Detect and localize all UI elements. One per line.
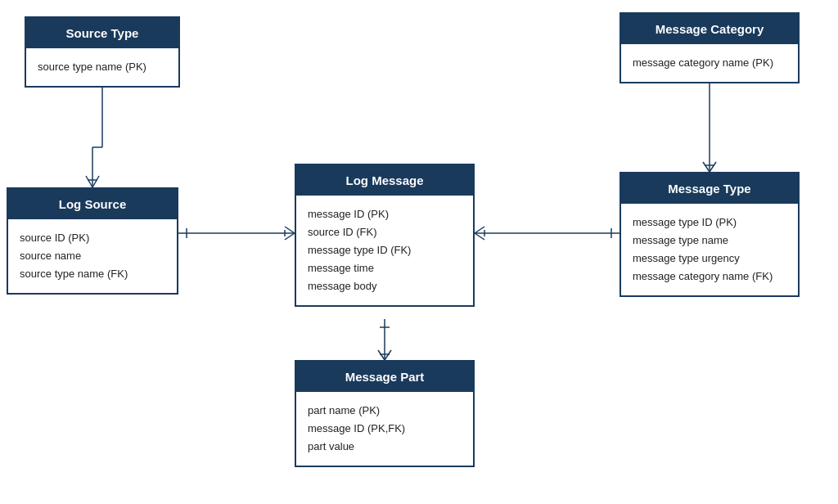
entity-message-category-body: message category name (PK) [621,44,798,82]
field-source-id: source ID (PK) [20,229,165,247]
svg-line-25 [378,350,385,360]
svg-line-16 [710,162,716,172]
entity-log-source: Log Source source ID (PK) source name so… [7,187,178,295]
field-part-value: part value [308,438,462,456]
entity-message-type: Message Type message type ID (PK) messag… [619,172,800,297]
entity-source-type-body: source type name (PK) [26,48,178,86]
entity-log-message-header: Log Message [296,165,473,196]
erd-diagram: Source Type source type name (PK) Log So… [0,0,838,504]
field-message-id-pkfk: message ID (PK,FK) [308,420,462,438]
field-message-id: message ID (PK) [308,205,462,223]
svg-line-15 [703,162,710,172]
field-source-type-name-fk: source type name (FK) [20,265,165,283]
svg-line-5 [92,176,99,187]
svg-line-10 [285,227,295,233]
svg-line-20 [475,233,484,240]
entity-message-part-header: Message Part [296,362,473,392]
field-message-type-id-fk: message type ID (FK) [308,241,462,259]
entity-message-type-body: message type ID (PK) message type name m… [621,204,798,295]
field-message-type-urgency: message type urgency [633,250,786,268]
svg-line-19 [475,227,484,233]
entity-source-type: Source Type source type name (PK) [25,16,180,88]
entity-log-message: Log Message message ID (PK) source ID (F… [295,164,475,307]
entity-log-source-header: Log Source [8,189,177,219]
field-source-id-fk: source ID (FK) [308,223,462,241]
svg-line-26 [385,350,391,360]
field-source-type-name: source type name (PK) [38,58,167,76]
field-part-name: part name (PK) [308,402,462,420]
entity-message-category-header: Message Category [621,14,798,44]
entity-log-source-body: source ID (PK) source name source type n… [8,219,177,293]
field-message-type-id: message type ID (PK) [633,214,786,232]
field-message-body: message body [308,277,462,295]
entity-message-type-header: Message Type [621,173,798,204]
entity-source-type-header: Source Type [26,18,178,48]
entity-message-category: Message Category message category name (… [619,12,800,83]
entity-message-part: Message Part part name (PK) message ID (… [295,360,475,467]
field-message-type-name: message type name [633,232,786,250]
field-message-category-name: message category name (PK) [633,54,786,72]
entity-message-part-body: part name (PK) message ID (PK,FK) part v… [296,392,473,466]
field-message-time: message time [308,259,462,277]
svg-line-11 [285,233,295,240]
svg-line-4 [86,176,92,187]
field-message-category-name-fk: message category name (FK) [633,268,786,286]
entity-log-message-body: message ID (PK) source ID (FK) message t… [296,196,473,305]
field-source-name: source name [20,247,165,265]
